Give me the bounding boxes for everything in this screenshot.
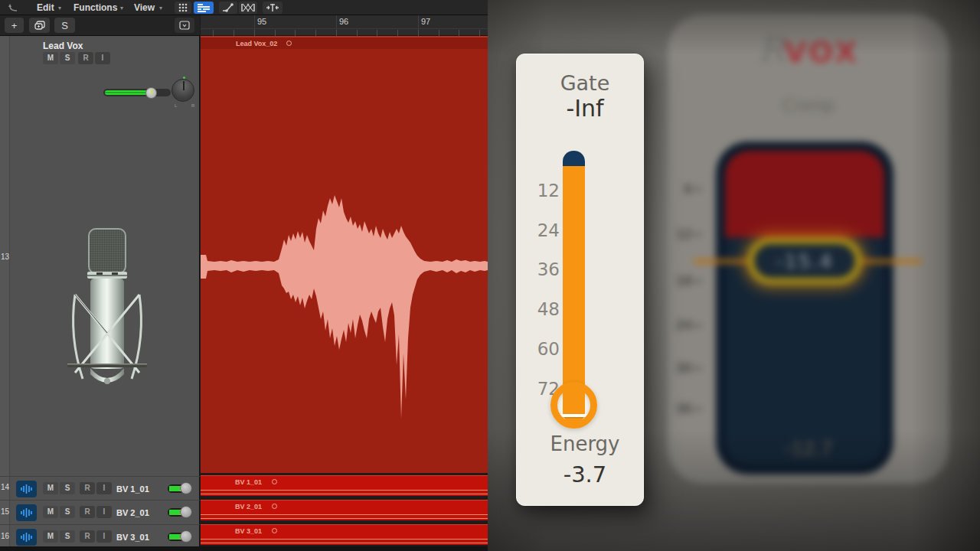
grid-view-button[interactable] (175, 2, 191, 14)
automation-curve-icon (222, 3, 234, 12)
lead-track-name[interactable]: Lead Vox (43, 41, 83, 51)
timeline-ruler[interactable]: 95 96 97 (201, 15, 488, 36)
record-button[interactable]: R (80, 482, 95, 494)
ruler-divider (201, 28, 488, 29)
pan-knob[interactable] (172, 79, 194, 102)
region-circle-icon[interactable] (272, 479, 277, 484)
region-circle-icon[interactable] (272, 504, 277, 509)
view-options-button[interactable] (175, 18, 194, 33)
bar-number: 97 (421, 17, 430, 26)
track-number: 13 (1, 253, 9, 261)
track-header-pane: 13 14 15 16 Lead Vox M S R I L R (0, 36, 200, 551)
rvox-logo: RVOX (668, 29, 949, 70)
flex-button[interactable] (263, 2, 283, 14)
region-circle-icon[interactable] (286, 41, 292, 46)
menu-view[interactable]: View (134, 0, 155, 15)
undo-back-icon[interactable] (8, 3, 18, 12)
waveform-baseline (201, 518, 488, 519)
comp-threshold-handle[interactable]: -15.4 (747, 237, 862, 285)
toggle-knob (180, 482, 192, 494)
track-name[interactable]: BV 3_01 (116, 533, 149, 542)
bv-region[interactable]: BV 3_01 (201, 524, 488, 545)
track-on-toggle[interactable] (168, 484, 188, 493)
solo-button[interactable]: S (60, 52, 75, 64)
region-label: BV 1_01 (235, 478, 262, 486)
input-monitor-button[interactable]: I (96, 482, 112, 494)
track-name[interactable]: BV 1_01 (116, 484, 149, 494)
menu-functions[interactable]: Functions (74, 0, 117, 15)
take-folder-button[interactable] (29, 18, 50, 33)
crossfade-button[interactable] (239, 2, 257, 14)
ruler-tick (357, 30, 358, 36)
gate-meter-cap (563, 151, 585, 166)
comp-scale-label: 30 (675, 360, 701, 377)
chevron-down-icon: ▾ (120, 1, 123, 16)
gate-title: Gate (525, 71, 645, 95)
track-name[interactable]: BV 2_01 (116, 508, 149, 517)
bar-number: 95 (257, 17, 266, 26)
automation-button[interactable] (219, 2, 237, 14)
record-button[interactable]: R (80, 530, 95, 543)
bottom-strip (0, 546, 488, 551)
bv-region[interactable]: BV 1_01 (201, 475, 488, 496)
input-monitor-button[interactable]: I (96, 530, 112, 543)
mute-button[interactable]: M (43, 482, 58, 494)
layered-regions-icon (34, 21, 45, 30)
region-circle-icon[interactable] (272, 528, 277, 533)
record-button[interactable]: R (80, 506, 95, 518)
volume-knob[interactable] (145, 87, 157, 99)
volume-slider[interactable] (103, 89, 171, 96)
waveform-baseline (201, 490, 488, 491)
flex-time-icon (266, 3, 279, 12)
mute-button[interactable]: M (43, 530, 58, 543)
editor-toolbar: + S (0, 15, 200, 36)
solo-button[interactable]: S (60, 482, 75, 494)
track-row[interactable]: M S R I BV 2_01 (0, 500, 200, 523)
waveform (201, 37, 488, 474)
input-monitor-button[interactable]: I (96, 506, 112, 518)
comp-scale-label: 18 (675, 272, 701, 289)
audio-track-button[interactable] (16, 481, 37, 497)
waveform-baseline (201, 514, 488, 515)
menu-edit[interactable]: Edit (37, 0, 54, 15)
track-on-toggle[interactable] (168, 508, 188, 517)
track-row[interactable]: M S R I BV 1_01 (0, 476, 200, 500)
audio-track-button[interactable] (16, 504, 37, 521)
ruler-tick (479, 30, 480, 36)
audio-track-button[interactable] (16, 529, 37, 546)
add-button[interactable]: + (5, 18, 24, 33)
comp-scale-label: 12 (675, 226, 701, 243)
ruler-tick (377, 30, 377, 36)
gate-scale-label: 48 (528, 299, 560, 319)
comp-scale-label: 24 (675, 317, 701, 334)
audio-waveform-icon (20, 507, 33, 518)
solo-mode-button[interactable]: S (54, 18, 75, 33)
gate-threshold-handle[interactable] (550, 382, 597, 429)
solo-button[interactable]: S (60, 530, 75, 543)
waveform-baseline (201, 539, 488, 540)
energy-value: -3.7 (525, 461, 645, 487)
ruler-tick (397, 30, 398, 36)
ruler-tick (234, 30, 234, 36)
track-row[interactable]: M S R I BV 3_01 (0, 524, 200, 548)
ruler-tick (254, 30, 255, 36)
bv-region[interactable]: BV 2_01 (201, 500, 488, 520)
microphone-image (67, 226, 147, 386)
plugin-area: RVOX Comp 6 12 18 24 30 36 -15.4 -12.7 G… (488, 0, 980, 551)
pan-dot (183, 77, 185, 79)
tracks-view-button[interactable] (194, 2, 214, 14)
panel-chevron-icon (179, 21, 190, 30)
region-title-bar[interactable]: Lead Vox_02 (201, 37, 488, 49)
ruler-tick (439, 30, 439, 36)
input-monitor-button[interactable]: I (95, 52, 110, 64)
mute-button[interactable]: M (43, 52, 58, 64)
grid-icon (178, 3, 188, 12)
record-button[interactable]: R (78, 52, 93, 64)
toggle-green (169, 534, 180, 540)
solo-button[interactable]: S (60, 506, 75, 518)
track-on-toggle[interactable] (168, 533, 188, 541)
lead-vox-region[interactable]: Lead Vox_02 (201, 36, 488, 473)
mute-button[interactable]: M (43, 506, 58, 518)
rvox-logo-vox: VOX (784, 35, 859, 69)
waveform-baseline (201, 543, 488, 543)
